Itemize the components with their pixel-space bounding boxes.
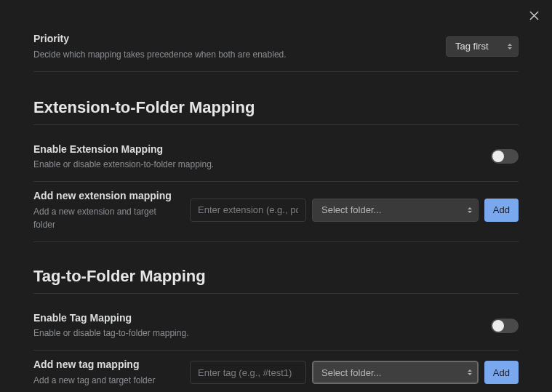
ext-folder-dropdown[interactable]: Select folder... bbox=[312, 199, 479, 222]
tag-section-heading: Tag-to-Folder Mapping bbox=[33, 267, 519, 294]
tag-enable-title: Enable Tag Mapping bbox=[33, 311, 479, 326]
tag-enable-toggle[interactable] bbox=[491, 319, 519, 333]
ext-add-desc: Add a new extension and target folder bbox=[33, 205, 178, 231]
tag-input[interactable] bbox=[190, 361, 306, 384]
ext-add-title: Add new extension mapping bbox=[33, 189, 178, 204]
ext-folder-dropdown-value: Select folder... bbox=[321, 204, 381, 215]
ext-section-heading: Extension-to-Folder Mapping bbox=[33, 98, 519, 125]
settings-panel: Priority Decide which mapping takes prec… bbox=[0, 0, 552, 392]
priority-dropdown-value: Tag first bbox=[455, 41, 489, 52]
ext-enable-title: Enable Extension Mapping bbox=[33, 143, 479, 157]
priority-dropdown[interactable]: Tag first bbox=[446, 36, 519, 57]
ext-enable-toggle[interactable] bbox=[491, 149, 519, 164]
toggle-knob bbox=[492, 320, 504, 332]
tag-folder-dropdown[interactable]: Select folder... bbox=[312, 361, 479, 384]
close-button[interactable] bbox=[526, 7, 542, 23]
toggle-knob bbox=[492, 151, 504, 162]
close-icon bbox=[529, 11, 539, 20]
ext-add-row: Add new extension mapping Add a new exte… bbox=[33, 182, 519, 242]
ext-enable-desc: Enable or disable extension-to-folder ma… bbox=[33, 158, 479, 171]
tag-enable-row: Enable Tag Mapping Enable or disable tag… bbox=[33, 304, 519, 351]
tag-add-desc: Add a new tag and target folder bbox=[33, 374, 178, 387]
tag-folder-dropdown-value: Select folder... bbox=[321, 367, 381, 378]
tag-add-title: Add new tag mapping bbox=[33, 358, 178, 372]
priority-title: Priority bbox=[33, 32, 434, 47]
tag-enable-desc: Enable or disable tag-to-folder mapping. bbox=[33, 327, 479, 340]
ext-enable-row: Enable Extension Mapping Enable or disab… bbox=[33, 135, 519, 183]
tag-add-row: Add new tag mapping Add a new tag and ta… bbox=[33, 351, 519, 392]
tag-add-button[interactable]: Add bbox=[484, 361, 519, 384]
chevron-updown-icon bbox=[506, 41, 513, 52]
chevron-updown-icon bbox=[466, 205, 473, 215]
chevron-updown-icon bbox=[466, 367, 473, 377]
priority-desc: Decide which mapping takes precedence wh… bbox=[33, 48, 434, 61]
ext-input[interactable] bbox=[190, 199, 306, 222]
ext-add-button[interactable]: Add bbox=[484, 199, 519, 222]
priority-row: Priority Decide which mapping takes prec… bbox=[33, 25, 519, 72]
